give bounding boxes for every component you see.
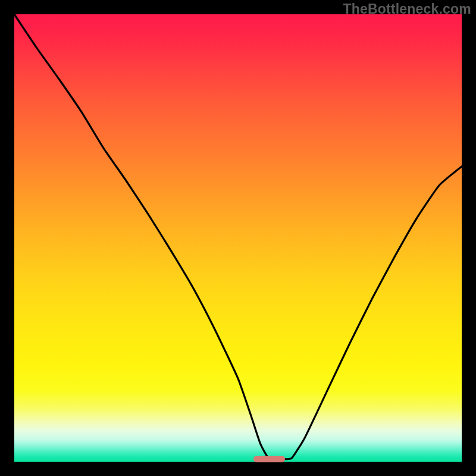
bottleneck-curve (14, 14, 462, 462)
plot-area (14, 14, 462, 462)
chart-frame: TheBottleneck.com (0, 0, 476, 476)
optimum-marker (253, 456, 285, 462)
